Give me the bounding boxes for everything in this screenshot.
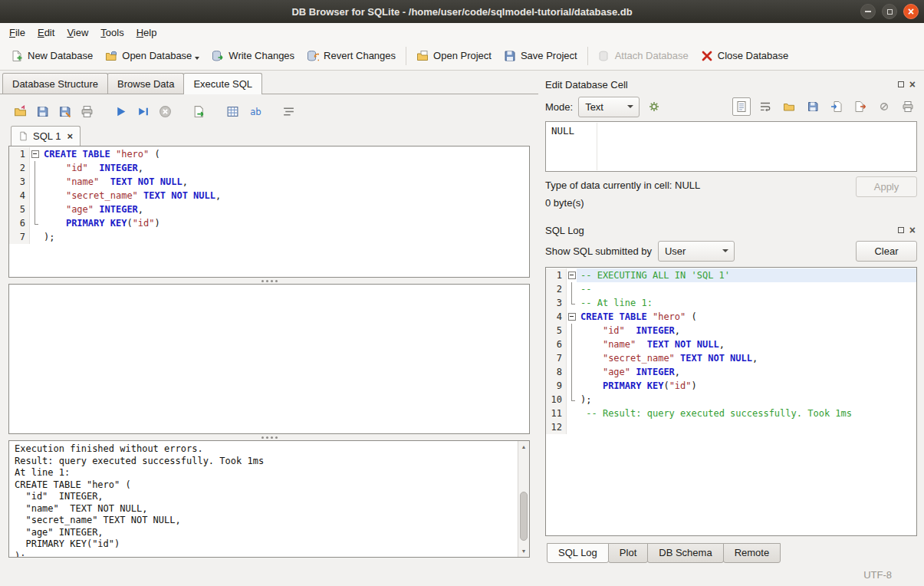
open-project-button[interactable]: Open Project <box>410 45 498 67</box>
write-changes-button[interactable]: Write Changes <box>206 45 301 67</box>
dock-tab-remote[interactable]: Remote <box>723 543 781 563</box>
code-line: 2-- <box>546 282 916 296</box>
submitter-combobox[interactable]: User <box>658 241 735 262</box>
line-number: 3 <box>546 296 567 310</box>
fold-column <box>567 337 577 351</box>
titlebar[interactable]: DB Browser for SQLite - /home/user/code/… <box>0 0 924 23</box>
tab-browse-data[interactable]: Browse Data <box>107 73 184 94</box>
scroll-down-icon[interactable]: ▼ <box>518 546 529 556</box>
save-file-button[interactable] <box>804 97 822 116</box>
print-cell-button[interactable] <box>899 97 917 116</box>
execution-messages-pane: Execution finished without errors. Resul… <box>8 440 530 558</box>
text-mode-button[interactable] <box>732 97 751 116</box>
open-project-label: Open Project <box>433 50 492 61</box>
open-sql-file-button[interactable] <box>10 101 30 121</box>
main-toolbar: New Database Open Database Write Changes… <box>0 41 924 71</box>
tab-database-structure[interactable]: Database Structure <box>2 73 108 94</box>
sql-tab-close-icon[interactable]: × <box>67 131 73 141</box>
menu-help[interactable]: Help <box>130 25 163 41</box>
menu-file[interactable]: File <box>3 25 31 41</box>
print-sql-button[interactable] <box>77 101 97 121</box>
execute-all-button[interactable] <box>110 101 130 121</box>
format-sql-button[interactable] <box>278 101 298 121</box>
fold-column <box>30 189 40 202</box>
open-file-button[interactable] <box>780 97 798 116</box>
fold-toggle-icon[interactable] <box>567 310 577 324</box>
splitter-handle[interactable] <box>8 434 530 440</box>
code-text: CREATE TABLE "hero" ( <box>577 310 916 324</box>
fold-toggle-icon[interactable] <box>567 268 577 282</box>
set-null-button[interactable] <box>875 97 893 116</box>
open-database-dropdown-caret[interactable] <box>195 57 199 60</box>
menu-edit[interactable]: Edit <box>31 25 61 41</box>
export-button[interactable] <box>851 97 870 116</box>
minimize-button[interactable] <box>860 4 876 19</box>
mode-combobox[interactable]: Text <box>578 97 640 117</box>
sql-toolbar: ab <box>8 99 530 123</box>
open-database-icon <box>105 50 117 62</box>
browse-table-button[interactable] <box>222 101 242 121</box>
save-project-button[interactable]: Save Project <box>498 45 584 67</box>
code-text: "secret_name" TEXT NOT NULL, <box>40 189 529 202</box>
menu-view[interactable]: View <box>61 25 94 41</box>
close-window-button[interactable]: × <box>903 4 919 19</box>
save-sql-file-button[interactable] <box>32 101 52 121</box>
clear-button[interactable]: Clear <box>856 241 917 262</box>
save-file-icon <box>807 100 819 113</box>
app-window: DB Browser for SQLite - /home/user/code/… <box>0 0 924 586</box>
splitter-handle[interactable] <box>8 278 530 284</box>
line-number: 4 <box>546 310 567 324</box>
dock-tab-plot[interactable]: Plot <box>608 543 648 563</box>
scrollbar-thumb[interactable] <box>520 492 528 540</box>
fold-toggle-icon[interactable] <box>30 147 40 161</box>
new-database-button[interactable]: New Database <box>5 45 99 67</box>
execute-current-line-button[interactable] <box>133 101 153 121</box>
left-panel: Database Structure Browse Data Execute S… <box>0 71 538 564</box>
set-null-icon <box>878 100 890 113</box>
autocomplete-button[interactable]: ab <box>245 101 265 121</box>
cell-content: NULL <box>551 125 574 137</box>
splitter-dots-icon <box>261 280 264 282</box>
line-number: 6 <box>9 216 30 230</box>
attach-database-button[interactable]: Attach Database <box>592 45 695 67</box>
cell-editor[interactable]: NULL <box>545 121 917 172</box>
sql-tab-sql1[interactable]: SQL 1 × <box>11 126 81 146</box>
revert-changes-button[interactable]: Revert Changes <box>301 45 402 67</box>
encoding-label: UTF-8 <box>863 569 892 581</box>
float-dock-icon[interactable] <box>898 81 904 87</box>
menu-tools[interactable]: Tools <box>94 25 130 41</box>
dock-tab-sql-log[interactable]: SQL Log <box>547 543 609 563</box>
import-button[interactable] <box>827 97 846 116</box>
dock-tab-db-schema[interactable]: DB Schema <box>647 543 723 563</box>
code-text: ); <box>40 230 529 244</box>
close-dock-icon[interactable]: × <box>909 79 916 90</box>
float-dock-icon[interactable] <box>898 227 904 233</box>
code-text: PRIMARY KEY("id") <box>40 216 529 230</box>
fold-column <box>30 230 40 244</box>
sql-tab-label: SQL 1 <box>33 130 61 142</box>
tab-execute-sql[interactable]: Execute SQL <box>183 73 262 94</box>
open-database-button[interactable]: Open Database <box>99 45 206 67</box>
apply-button[interactable]: Apply <box>856 176 917 197</box>
attach-database-icon <box>598 50 610 62</box>
close-database-button[interactable]: Close Database <box>695 45 795 67</box>
sql-log-view[interactable]: 1-- EXECUTING ALL IN 'SQL 1'2--3-- At li… <box>545 267 917 536</box>
sql-editor[interactable]: 1CREATE TABLE "hero" (2 "id" INTEGER,3 "… <box>8 146 530 278</box>
cell-settings-button[interactable] <box>645 97 663 116</box>
revert-changes-label: Revert Changes <box>324 50 396 61</box>
close-dock-icon[interactable]: × <box>909 225 916 235</box>
code-text: "age" INTEGER, <box>40 202 529 216</box>
word-wrap-button[interactable] <box>756 97 774 116</box>
scrollbar[interactable]: ▲ ▼ <box>518 441 529 557</box>
maximize-button[interactable] <box>882 4 897 19</box>
attach-database-label: Attach Database <box>615 50 689 61</box>
scroll-up-icon[interactable]: ▲ <box>518 442 529 452</box>
cell-editor-margin-line <box>597 123 597 170</box>
browse-table-icon <box>226 105 239 118</box>
window-controls: × <box>860 4 919 19</box>
export-results-button[interactable] <box>189 101 209 121</box>
save-sql-as-button[interactable] <box>54 101 74 121</box>
stop-execution-button[interactable] <box>155 101 175 121</box>
code-text: "age" INTEGER, <box>577 365 916 379</box>
fold-column <box>567 282 577 296</box>
